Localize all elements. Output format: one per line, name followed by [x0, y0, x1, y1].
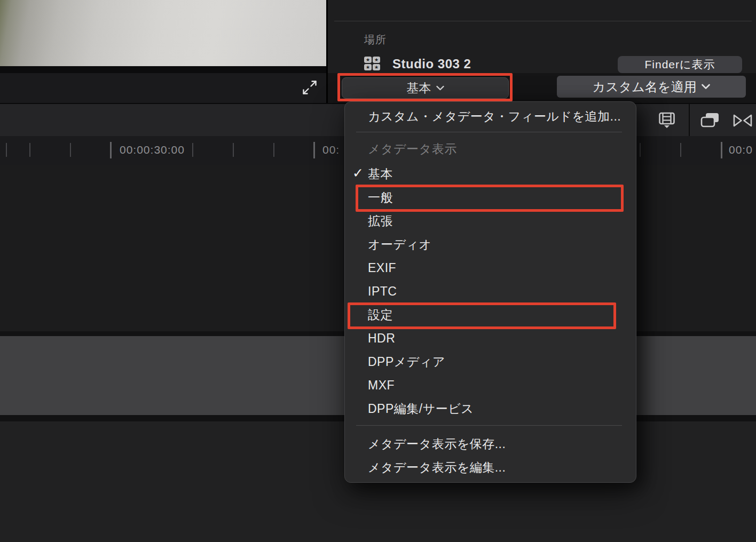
- menu-item-view[interactable]: ✓ 一般: [345, 186, 636, 209]
- metadata-bar: 基本 カスタム名を適用: [328, 73, 756, 103]
- metadata-view-dropdown-label: 基本: [407, 80, 431, 97]
- viewer-control-bar: [0, 66, 327, 103]
- viewer-pane: [0, 0, 327, 103]
- expand-diagonal-arrows-icon: [302, 79, 318, 95]
- show-in-finder-button[interactable]: Finderに表示: [618, 56, 742, 73]
- metadata-view-dropdown-button[interactable]: 基本: [342, 77, 509, 99]
- menu-item-view[interactable]: ✓ オーディオ: [345, 233, 636, 256]
- metadata-view-menu: カスタム・メタデータ・フィールドを追加... メタデータ表示 ✓ 基本 ✓ 一般…: [344, 101, 636, 483]
- bowtie-icon[interactable]: [732, 113, 753, 128]
- menu-item-view[interactable]: ✓ HDR: [345, 326, 636, 350]
- grid-of-starred-squares-icon: ★★★★: [364, 57, 381, 71]
- menu-item-label: 一般: [368, 189, 393, 206]
- menu-item-view[interactable]: ✓ DPPメディア: [345, 350, 636, 373]
- location-value: Studio 303 2: [392, 57, 471, 71]
- menu-section-label: メタデータ表示: [368, 141, 457, 157]
- menu-item-label: DPPメディア: [368, 354, 445, 370]
- menu-item-view[interactable]: ✓ EXIF: [345, 256, 636, 280]
- menu-item-view[interactable]: ✓ 基本: [345, 162, 636, 186]
- menu-item-label: 基本: [368, 166, 393, 182]
- location-label: 場所: [364, 33, 387, 47]
- menu-item-label: HDR: [368, 331, 395, 346]
- menu-separator: [356, 132, 622, 132]
- menu-section-header: メタデータ表示: [345, 136, 636, 162]
- apply-custom-name-label: カスタム名を適用: [593, 78, 697, 95]
- menu-item-add-custom-field[interactable]: カスタム・メタデータ・フィールドを追加...: [345, 105, 636, 127]
- chevron-down-icon: [702, 84, 710, 90]
- chevron-down-icon: [436, 85, 444, 91]
- menu-item-label: 拡張: [368, 213, 393, 229]
- menu-item-edit-metadata-view[interactable]: メタデータ表示を編集...: [345, 456, 636, 479]
- menu-item-label: IPTC: [368, 284, 397, 299]
- menu-item-label: MXF: [368, 378, 395, 393]
- inspector-pane: 場所 ★★★★ Studio 303 2 Finderに表示: [328, 0, 756, 73]
- overlapping-clips-icon[interactable]: [699, 112, 721, 129]
- menu-item-save-metadata-view[interactable]: メタデータ表示を保存...: [345, 432, 636, 456]
- menu-item-label: カスタム・メタデータ・フィールドを追加...: [368, 108, 621, 125]
- clip-preview-image: [0, 0, 327, 66]
- menu-item-label: オーディオ: [368, 236, 432, 253]
- toolbar-divider: [689, 104, 690, 136]
- timecode-label: 00:: [321, 143, 343, 157]
- metadata-view-list: ✓ 基本 ✓ 一般 ✓ 拡張 ✓ オーディオ ✓ EXIF ✓ IPTC ✓ 設…: [345, 162, 636, 420]
- expand-fullscreen-button[interactable]: [301, 78, 319, 97]
- menu-item-label: DPP編集/サービス: [368, 401, 474, 417]
- inspector-separator: [334, 21, 752, 21]
- timecode-label: 00:00:30:00: [118, 143, 188, 157]
- apply-custom-name-button[interactable]: カスタム名を適用: [557, 76, 746, 98]
- menu-item-view[interactable]: ✓ 拡張: [345, 209, 636, 233]
- menu-item-label: EXIF: [368, 261, 396, 275]
- menu-item-view[interactable]: ✓ IPTC: [345, 280, 636, 303]
- menu-item-view[interactable]: ✓ MXF: [345, 373, 636, 397]
- check-icon: ✓: [352, 165, 364, 181]
- menu-separator: [356, 425, 622, 426]
- menu-item-view[interactable]: ✓ DPP編集/サービス: [345, 397, 636, 420]
- menu-item-view[interactable]: ✓ 設定: [345, 303, 636, 326]
- menu-item-label: メタデータ表示を編集...: [368, 459, 506, 476]
- menu-item-label: メタデータ表示を保存...: [368, 436, 506, 452]
- menu-item-label: 設定: [368, 307, 393, 323]
- timecode-label: 00:0: [727, 143, 756, 157]
- filmstrip-view-icon[interactable]: [657, 112, 676, 130]
